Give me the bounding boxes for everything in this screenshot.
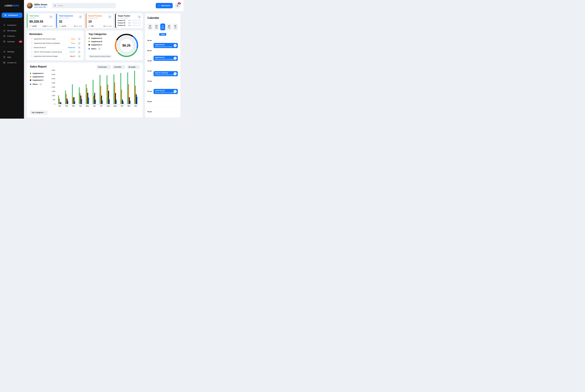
bar-supplement-a[interactable]	[100, 75, 100, 104]
filter-current-year[interactable]: Current year	[96, 65, 111, 69]
bar-supplement-c[interactable]	[101, 96, 102, 104]
bar-others[interactable]	[95, 100, 96, 104]
arrow-button[interactable]	[174, 44, 177, 47]
arrow-button[interactable]	[78, 37, 81, 41]
bar-supplement-c[interactable]	[60, 102, 60, 104]
reminder-checkbox[interactable]	[31, 38, 33, 40]
reminder-item[interactable]: Appointment with Hermione GrangerMay 20	[29, 54, 76, 58]
filter-bar-graph[interactable]: Bar graph	[127, 65, 140, 69]
filter-12-months[interactable]: 12 months	[112, 65, 126, 69]
arrow-button[interactable]	[174, 90, 177, 93]
day-chip-08[interactable]: 08Thu	[166, 24, 172, 30]
arrow-button[interactable]	[174, 72, 177, 75]
bar-supplement-a[interactable]	[127, 72, 128, 104]
bar-supplement-b[interactable]	[121, 90, 122, 104]
day-chip-07[interactable]: 07Wed	[160, 24, 165, 30]
arrow-button[interactable]	[49, 15, 53, 19]
bar-supplement-a[interactable]	[65, 90, 66, 104]
sidebar-item-customers[interactable]: Customers	[0, 22, 24, 28]
reminder-checkbox[interactable]	[31, 56, 33, 57]
calendar-event-lorem-ipsum[interactable]: Lorem IpsumThis is a random text for cal…	[154, 89, 178, 94]
day-chip-09[interactable]: 09Fri	[173, 24, 178, 30]
bar-supplement-b[interactable]	[135, 86, 136, 104]
bar-supplement-b[interactable]	[128, 84, 129, 104]
reminder-item[interactable]: Appointment with Professor DumbledoreTod…	[29, 42, 76, 45]
bar-supplement-c[interactable]	[129, 97, 130, 104]
bar-others[interactable]	[68, 101, 68, 104]
reminder-checkbox[interactable]	[31, 47, 33, 48]
day-chip-05[interactable]: 05Mon	[148, 24, 152, 30]
calendar-event-task-01-checklist[interactable]: Task 01 ChecklistComplete the last tasks…	[154, 71, 178, 76]
bar-supplement-b[interactable]	[66, 94, 67, 104]
calendar-event-appointment[interactable]: AppointmentMeeting with Severus Snape	[154, 43, 178, 48]
avatar[interactable]	[27, 3, 33, 8]
reminder-item[interactable]: Task 02: Send message to customer groupJ…	[29, 50, 76, 54]
sidebar-item-dashboard[interactable]: Dashboard	[2, 13, 22, 18]
bar-others[interactable]	[60, 102, 62, 104]
sidebar-item-products[interactable]: Products	[0, 33, 24, 39]
bar-supplement-b[interactable]	[80, 93, 80, 104]
search-input[interactable]	[58, 4, 114, 7]
bar-supplement-a[interactable]	[58, 96, 59, 104]
bar-supplement-c[interactable]	[115, 93, 116, 104]
reminder-checkbox[interactable]	[31, 42, 33, 44]
bar-supplement-c[interactable]	[80, 96, 81, 104]
bar-supplement-b[interactable]	[94, 96, 94, 104]
new-event-button[interactable]: New Event	[156, 3, 173, 8]
reminder-item[interactable]: Restock Product ATomorrow	[29, 46, 76, 50]
bar-others[interactable]	[137, 97, 138, 104]
bar-others[interactable]	[123, 102, 124, 104]
reminder-checkbox[interactable]	[31, 51, 33, 53]
bar-supplement-c[interactable]	[88, 93, 88, 104]
day-chip-06[interactable]: 06Tue	[154, 24, 159, 30]
sidebar-item-settings[interactable]: Settings	[0, 49, 24, 54]
bar-supplement-a[interactable]	[120, 73, 121, 104]
sidebar-item-help[interactable]: Help	[0, 54, 24, 60]
bar-supplement-b[interactable]	[100, 86, 101, 104]
bar-supplement-c[interactable]	[108, 91, 109, 104]
sidebar-item-messaging[interactable]: Messaging	[0, 28, 24, 33]
arrow-button[interactable]	[78, 54, 81, 58]
bar-others[interactable]	[116, 100, 117, 104]
bar-others[interactable]	[109, 99, 110, 104]
bar-others[interactable]	[102, 100, 103, 104]
bar-supplement-c[interactable]	[67, 98, 68, 104]
bar-supplement-b[interactable]	[73, 97, 74, 104]
notifications-button[interactable]: 10	[174, 3, 180, 8]
arrow-button[interactable]	[78, 15, 82, 19]
arrow-button[interactable]	[78, 50, 81, 54]
bar-supplement-b[interactable]	[59, 98, 60, 104]
bar-supplement-a[interactable]	[106, 75, 108, 104]
bar-supplement-b[interactable]	[114, 82, 115, 104]
calendar-event-appointment[interactable]: AppointmentMeeting with Albus Dumbledore	[154, 56, 178, 61]
bar-supplement-a[interactable]	[79, 87, 80, 104]
bar-supplement-a[interactable]	[134, 71, 135, 104]
bar-supplement-b[interactable]	[108, 84, 108, 104]
bar-supplement-c[interactable]	[74, 97, 74, 104]
arrow-button[interactable]	[137, 15, 141, 19]
bar-supplement-a[interactable]	[86, 84, 86, 104]
bar-supplement-c[interactable]	[94, 93, 95, 104]
bar-others[interactable]	[88, 98, 89, 104]
bar-supplement-c[interactable]	[136, 94, 137, 104]
bar-others[interactable]	[74, 102, 75, 104]
bar-supplement-a[interactable]	[72, 84, 73, 104]
arrow-button[interactable]	[174, 57, 177, 60]
arrow-button[interactable]	[78, 46, 81, 49]
top3-categories-dropdown[interactable]: Top 3 Categories	[30, 110, 48, 115]
sidebar-item-calendar[interactable]: Calendar10	[0, 39, 24, 44]
arrow-button[interactable]	[108, 15, 112, 19]
bar-supplement-a[interactable]	[93, 80, 94, 104]
sidebar-item-contact-us[interactable]: Contact Us	[0, 60, 24, 66]
bar-supplement-a[interactable]	[114, 74, 114, 104]
arrow-button[interactable]	[78, 42, 81, 45]
chart-note: Data is based on sales per week	[88, 55, 112, 58]
org-switcher[interactable]: Direct Sales ABC	[34, 6, 48, 8]
bar-others[interactable]	[130, 100, 130, 104]
arrow-button[interactable]	[39, 82, 42, 86]
reminder-item[interactable]: Appointment with Severus SnapeToday	[29, 37, 76, 41]
arrow-button[interactable]	[98, 47, 101, 50]
bar-supplement-b[interactable]	[86, 88, 88, 104]
bar-others[interactable]	[81, 99, 82, 104]
bar-supplement-c[interactable]	[122, 100, 123, 104]
